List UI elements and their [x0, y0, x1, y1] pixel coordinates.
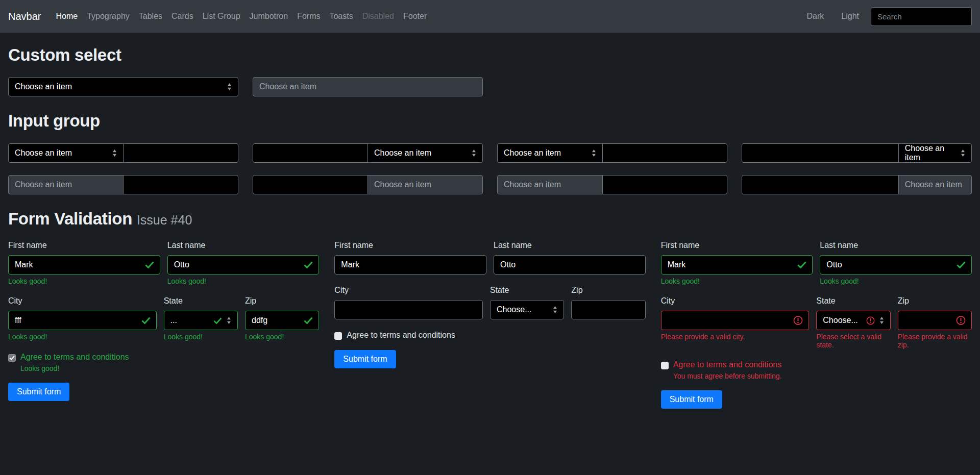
valid-feedback: Looks good!: [8, 333, 157, 341]
state-select[interactable]: Choose...: [490, 300, 564, 319]
city-label: City: [8, 296, 157, 306]
agree-checkbox[interactable]: [334, 332, 342, 340]
search-input[interactable]: [871, 7, 972, 26]
validation-form-valid: First name Looks good! Last name Looks g…: [8, 241, 319, 409]
select-value: Choose an item: [504, 180, 561, 189]
group-select-disabled: Choose an item: [898, 175, 972, 194]
state-select[interactable]: Choose...: [816, 311, 890, 330]
invalid-feedback: You must agree before submitting.: [673, 372, 972, 380]
group-text-input-disabled: [123, 175, 238, 194]
group-select[interactable]: Choose an item: [8, 143, 124, 163]
group-text-input[interactable]: [742, 143, 899, 163]
valid-feedback: Looks good!: [820, 278, 972, 285]
select-value: Choose an item: [504, 148, 561, 158]
custom-select-enabled[interactable]: Choose an item: [8, 77, 238, 96]
group-select[interactable]: Choose an item: [497, 143, 603, 163]
group-select[interactable]: Choose an item: [898, 143, 972, 163]
nav-link-typography[interactable]: Typography: [82, 8, 134, 25]
select-arrows-icon: [553, 306, 557, 313]
form-validation-subtitle: Issue #40: [137, 213, 192, 227]
form-validation-row: First name Looks good! Last name Looks g…: [8, 241, 972, 409]
group-select-disabled: Choose an item: [497, 175, 603, 194]
nav-link-cards[interactable]: Cards: [167, 8, 198, 25]
input-group-select-input-disabled: Choose an item: [8, 175, 238, 194]
input-group-input-select-small-disabled: Choose an item: [742, 175, 972, 194]
zip-input[interactable]: [571, 300, 645, 319]
nav-link-toasts[interactable]: Toasts: [325, 8, 357, 25]
select-value: Choose an item: [15, 180, 72, 189]
nav-link-home[interactable]: Home: [51, 8, 82, 25]
input-group-row-enabled: Choose an item Choose an item Choose an …: [8, 143, 972, 163]
group-select-disabled: Choose an item: [368, 175, 483, 194]
state-select[interactable]: ...: [164, 311, 238, 330]
zip-input[interactable]: [898, 311, 972, 330]
first-name-input[interactable]: [334, 255, 486, 274]
invalid-feedback: Please provide a valid city.: [661, 333, 810, 341]
input-group-input-select: Choose an item: [253, 143, 483, 163]
agree-checkbox[interactable]: [661, 362, 669, 369]
state-label: State: [164, 296, 238, 306]
agree-checkbox[interactable]: [8, 354, 16, 362]
agree-label[interactable]: Agree to terms and conditions: [673, 360, 782, 369]
group-text-input-disabled: [253, 175, 368, 194]
submit-form-button[interactable]: Submit form: [661, 390, 722, 409]
last-name-label: Last name: [494, 241, 646, 250]
last-name-input[interactable]: [494, 255, 646, 274]
valid-check-icon: [213, 317, 222, 324]
nav-link-footer[interactable]: Footer: [399, 8, 431, 25]
first-name-input[interactable]: [8, 255, 160, 274]
select-value: Choose an item: [374, 148, 431, 158]
select-arrows-icon: [227, 83, 232, 90]
invalid-feedback: Please provide a valid zip.: [898, 333, 972, 349]
city-input[interactable]: [334, 300, 483, 319]
navbar-brand[interactable]: Navbar: [8, 11, 41, 22]
select-arrows-icon: [879, 317, 884, 324]
select-value: Choose...: [497, 305, 531, 314]
nav-link-list-group[interactable]: List Group: [198, 8, 245, 25]
city-label: City: [661, 296, 810, 306]
select-value: Choose an item: [15, 148, 72, 158]
first-name-input[interactable]: [661, 255, 813, 274]
agree-label[interactable]: Agree to terms and conditions: [347, 331, 455, 340]
city-input[interactable]: [661, 311, 810, 330]
nav-link-disabled: Disabled: [358, 8, 399, 25]
nav-link-forms[interactable]: Forms: [292, 8, 325, 25]
valid-feedback: Looks good!: [20, 365, 319, 372]
zip-label: Zip: [245, 296, 319, 306]
group-text-input-disabled: [742, 175, 899, 194]
group-text-input[interactable]: [123, 143, 238, 163]
last-name-label: Last name: [167, 241, 320, 250]
select-arrows-icon: [227, 317, 231, 324]
page-content: Custom select Choose an item Choose an i…: [0, 33, 980, 439]
zip-label: Zip: [571, 286, 645, 295]
state-label: State: [490, 286, 564, 295]
agree-label[interactable]: Agree to terms and conditions: [20, 353, 129, 362]
submit-form-button[interactable]: Submit form: [334, 350, 396, 368]
city-label: City: [334, 286, 483, 295]
theme-dark-link[interactable]: Dark: [798, 8, 833, 25]
first-name-label: First name: [334, 241, 486, 250]
submit-form-button[interactable]: Submit form: [8, 383, 69, 401]
city-input[interactable]: [8, 311, 157, 330]
group-text-input-disabled: [602, 175, 727, 194]
custom-select-row: Choose an item Choose an item: [8, 77, 972, 96]
group-text-input[interactable]: [253, 143, 368, 163]
nav-link-tables[interactable]: Tables: [134, 8, 167, 25]
custom-select-disabled: Choose an item: [253, 77, 483, 96]
group-select[interactable]: Choose an item: [368, 143, 483, 163]
theme-light-link[interactable]: Light: [832, 8, 868, 25]
checkmark-icon: [9, 356, 15, 360]
select-arrows-icon: [112, 149, 117, 157]
navbar-nav: Home Typography Tables Cards List Group …: [51, 8, 431, 25]
last-name-input[interactable]: [820, 255, 972, 274]
valid-feedback: Looks good!: [8, 278, 160, 285]
zip-input[interactable]: [245, 311, 319, 330]
input-group-select-input-small: Choose an item: [497, 143, 727, 163]
last-name-input[interactable]: [167, 255, 320, 274]
nav-link-jumbotron[interactable]: Jumbotron: [245, 8, 293, 25]
input-group-input-select-disabled: Choose an item: [253, 175, 483, 194]
valid-feedback: Looks good!: [164, 333, 238, 341]
first-name-label: First name: [661, 241, 813, 250]
form-validation-title: Form Validation Issue #40: [8, 210, 972, 228]
group-text-input[interactable]: [602, 143, 727, 163]
